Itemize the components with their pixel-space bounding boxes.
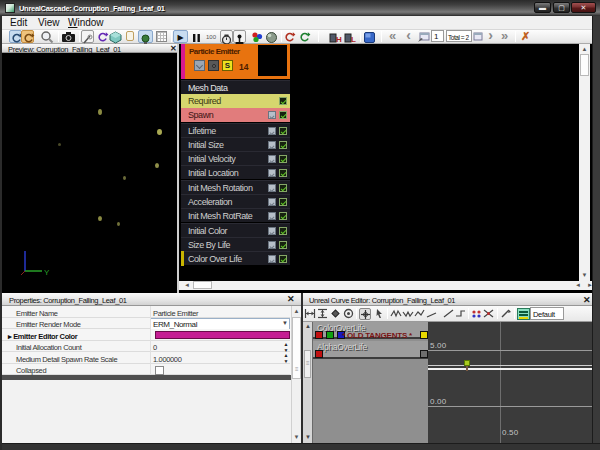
svg-text:Y: Y <box>44 268 50 277</box>
svg-text:H: H <box>336 35 342 44</box>
svg-text:L: L <box>351 35 356 44</box>
